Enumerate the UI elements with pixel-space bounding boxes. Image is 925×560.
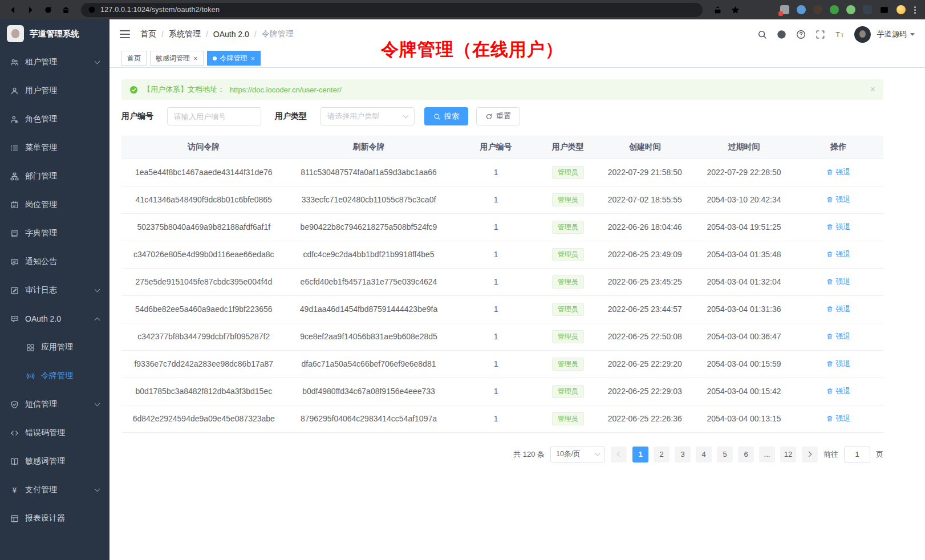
table-row: c347026e805e4d99b0d116eae66eda8ccdfc4ce9… [121,241,883,268]
force-logout-button[interactable]: 强退 [826,359,850,369]
reload-icon[interactable] [43,5,53,15]
force-logout-button[interactable]: 强退 [826,167,850,177]
tab-2[interactable]: 令牌管理× [207,51,261,66]
fontsize-icon[interactable]: TT [835,30,845,39]
username: 芋道源码 [877,29,907,39]
sidebar-item-oauth-token[interactable]: 令牌管理 [0,362,109,390]
sidebar-item-user[interactable]: 用户管理 [0,76,109,105]
force-logout-button[interactable]: 强退 [826,304,850,314]
browser-menu-icon[interactable] [913,5,917,15]
user-id-label: 用户编号 [121,111,153,121]
force-logout-button[interactable]: 强退 [826,413,850,424]
force-logout-button[interactable]: 强退 [826,386,850,396]
star-icon[interactable] [731,5,740,15]
user-id-cell: 1 [451,323,540,350]
refresh-token-cell: 8796295f04064c2983414cc54af1097a [286,405,452,432]
access-token-cell: 6d842e2924594de9a09e45e087323abe [121,405,286,432]
collapse-sidebar-icon[interactable] [120,30,130,38]
force-logout-button[interactable]: 强退 [826,249,850,259]
site-info-icon[interactable] [88,6,96,14]
url-bar[interactable]: 127.0.0.1:1024/system/oauth2/token [81,3,703,17]
page-button-6[interactable]: 6 [738,447,754,462]
page-button-3[interactable]: 3 [675,447,691,462]
sidebar-item-oauth-app[interactable]: 应用管理 [0,333,109,362]
fullscreen-icon[interactable] [816,30,825,39]
github-icon[interactable] [777,30,786,39]
split-view-icon[interactable] [879,5,889,15]
extension-icon-lightgreen[interactable] [846,5,855,14]
sidebar-item-role[interactable]: 角色管理 [0,105,109,133]
user-id-cell: 1 [451,241,540,268]
goto-page-input[interactable] [844,447,870,462]
question-icon[interactable] [796,30,806,39]
forward-icon[interactable] [26,5,35,15]
user-avatar[interactable] [854,26,871,43]
sidebar-item-post[interactable]: 岗位管理 [0,190,109,219]
search-button[interactable]: 搜索 [424,107,468,125]
refresh-token-cell: 333ecfc71e02480cb11055c875c3ca0f [286,186,452,213]
close-tab-icon[interactable]: × [193,55,198,62]
extension-icon-green[interactable] [830,5,839,14]
sidebar-item-menu[interactable]: 菜单管理 [0,133,109,162]
page-button-1[interactable]: 1 [632,447,648,462]
share-icon[interactable] [713,5,723,15]
prev-page-button[interactable] [611,447,627,462]
user-id-input[interactable] [167,107,261,125]
tab-0[interactable]: 首页 [121,51,147,66]
force-logout-button[interactable]: 强退 [826,331,850,342]
page-button-5[interactable]: 5 [717,447,733,462]
page-button-2[interactable]: 2 [654,447,670,462]
app-icon [26,343,35,352]
extension-icon-dark[interactable] [813,5,822,14]
search-icon[interactable] [757,30,767,39]
force-logout-button[interactable]: 强退 [826,194,850,205]
sidebar-item-audit[interactable]: 审计日志 [0,276,109,305]
user-type-badge: 管理员 [552,385,584,398]
sidebar-item-pay[interactable]: ¥支付管理 [0,476,109,504]
sms-icon [10,400,19,409]
sidebar-item-report[interactable]: 报表设计器 [0,504,109,533]
user-type-badge: 管理员 [552,303,584,316]
access-token-cell: f9336e7c7dd242a283ee98dc86b17a87 [121,350,286,378]
next-page-button[interactable] [802,447,818,462]
breadcrumb-item[interactable]: 系统管理 [169,29,201,39]
force-logout-button[interactable]: 强退 [826,222,850,232]
force-logout-label: 强退 [835,331,850,342]
pagination-ellipsis[interactable]: ... [759,447,775,462]
sidebar-item-dept[interactable]: 部门管理 [0,162,109,190]
tab-1[interactable]: 敏感词管理× [150,51,204,66]
extension-icon-badged[interactable] [780,5,789,14]
sidebar-item-notice[interactable]: 通知公告 [0,247,109,276]
sidebar-item-errcode[interactable]: 错误码管理 [0,419,109,447]
extension-icon-charcoal[interactable] [863,5,872,14]
user-type-placeholder: 请选择用户类型 [327,111,379,121]
back-icon[interactable] [8,5,18,15]
sidebar-item-sensitive[interactable]: 敏感词管理 [0,447,109,476]
user-menu[interactable]: 芋道源码 [877,29,915,39]
close-tab-icon[interactable]: × [251,55,255,62]
sidebar-item-oauth[interactable]: OAuth 2.0 [0,305,109,333]
chevron-down-icon [95,486,100,492]
column-header: 刷新令牌 [286,136,452,159]
active-tab-dot [213,56,217,60]
browser-profile-avatar[interactable] [896,5,906,14]
page-button-12[interactable]: 12 [780,447,796,462]
breadcrumb-item[interactable]: 首页 [140,29,156,39]
page-size-select[interactable]: 10条/页 [550,447,605,462]
breadcrumb-item[interactable]: OAuth 2.0 [213,30,249,39]
expire-time-cell: 2054-03-04 01:31:36 [695,295,794,323]
extension-icon-blue[interactable] [797,5,806,14]
doc-link[interactable]: https://doc.iocoder.cn/user-center/ [230,86,342,94]
sidebar-item-dict[interactable]: 字典管理 [0,219,109,247]
home-icon[interactable] [61,5,71,15]
app-logo-row[interactable]: 芋道管理系统 [0,19,109,48]
user-type-select[interactable]: 请选择用户类型 [320,107,415,125]
close-alert-icon[interactable]: × [870,85,875,94]
created-time-cell: 2022-06-25 23:45:25 [595,268,695,295]
page-button-4[interactable]: 4 [696,447,712,462]
sidebar-item-tenant[interactable]: 租户管理 [0,48,109,76]
sidebar-item-sms[interactable]: 短信管理 [0,390,109,419]
reset-button[interactable]: 重置 [476,107,520,125]
svg-text:¥: ¥ [13,486,17,494]
force-logout-button[interactable]: 强退 [826,277,850,287]
